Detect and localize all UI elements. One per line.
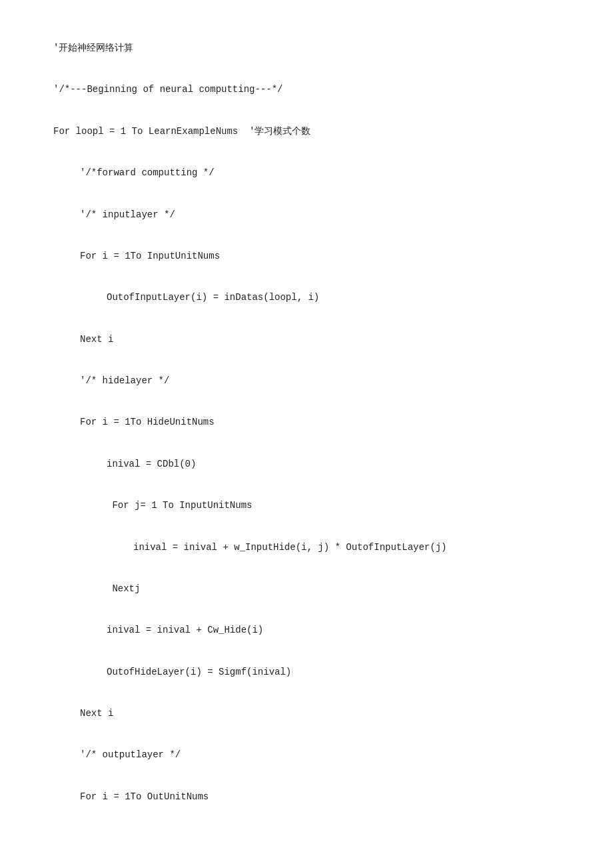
code-line: For loopl = 1 To LearnExampleNums '学习模式个… <box>53 123 560 140</box>
code-line: '开始神经网络计算 <box>53 40 560 57</box>
code-line <box>53 229 560 245</box>
code-line: Next i <box>53 331 560 348</box>
code-line <box>53 561 560 578</box>
code-line <box>53 769 560 786</box>
code-line: '/* hidelayer */ <box>53 373 560 389</box>
code-line: Nextj <box>53 581 560 597</box>
code-line: inival = inival + w_InputHide(i, j) * Ou… <box>53 539 560 556</box>
code-line <box>53 270 560 287</box>
code-line <box>53 62 560 79</box>
code-container: '开始神经网络计算 '/*---Beginning of neural comp… <box>53 40 560 805</box>
code-line <box>53 603 560 619</box>
code-line: For i = 1To InputUnitNums <box>53 248 560 265</box>
code-line <box>53 145 560 162</box>
code-line: For i = 1To HideUnitNums <box>53 414 560 431</box>
code-line: inival = CDbl(0) <box>53 456 560 473</box>
code-line <box>53 686 560 703</box>
code-line: '/* outputlayer */ <box>53 747 560 763</box>
code-line: OutofInputLayer(i) = inDatas(loopl, i) <box>53 289 560 306</box>
code-line <box>53 395 560 411</box>
code-line <box>53 104 560 121</box>
code-line <box>53 187 560 203</box>
code-line <box>53 478 560 495</box>
code-line: '/*forward computting */ <box>53 165 560 181</box>
code-line <box>53 437 560 453</box>
code-line: '/*---Beginning of neural computting---*… <box>53 81 560 98</box>
code-line <box>53 644 560 661</box>
code-line: inival = inival + Cw_Hide(i) <box>53 622 560 639</box>
code-line: For i = 1To OutUnitNums <box>53 789 560 805</box>
code-line <box>53 727 560 744</box>
code-line <box>53 519 560 536</box>
code-line: '/* inputlayer */ <box>53 207 560 223</box>
code-line: Next i <box>53 705 560 722</box>
code-line: OutofHideLayer(i) = Sigmf(inival) <box>53 664 560 681</box>
code-line <box>53 353 560 370</box>
code-line <box>53 311 560 328</box>
code-line: For j= 1 To InputUnitNums <box>53 497 560 514</box>
